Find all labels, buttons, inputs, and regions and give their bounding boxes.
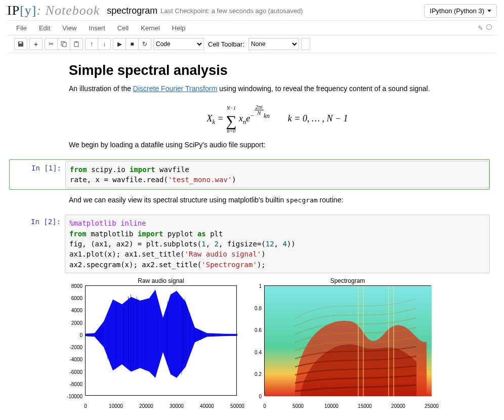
kernel-idle-icon [486, 24, 492, 30]
markdown-cell[interactable]: Simple spectral analysis An illustration… [9, 60, 490, 157]
svg-rect-1 [63, 43, 66, 47]
plot-spectrogram: Spectrogram 00.20.40.60.81 0500010000150… [264, 277, 431, 396]
move-up-button[interactable]: ↑ [85, 38, 98, 50]
menubar: File Edit View Insert Cell Kernel Help ✎ [7, 20, 497, 35]
code-input-1[interactable]: from scipy.io import wavfile rate, x = w… [65, 161, 489, 189]
celltype-select[interactable]: Code [153, 38, 204, 50]
code-cell-1[interactable]: In [1]: from scipy.io import wavfile rat… [9, 159, 490, 190]
dft-link[interactable]: Discrete Fourier Transform [133, 85, 217, 93]
menu-cell[interactable]: Cell [111, 21, 135, 35]
celltoolbar-label: Cell Toolbar: [208, 40, 244, 48]
logo: IP[y]: Notebook [7, 3, 100, 18]
header: IP[y]: Notebook spectrogram Last Checkpo… [0, 0, 504, 20]
markdown-cell-2[interactable]: And we can easily view its spectral stru… [9, 192, 490, 213]
logo-notebook: Notebook [46, 3, 100, 18]
caret-down-icon [487, 10, 491, 12]
waveform-svg [86, 286, 237, 396]
output-figure: Raw audio signal -10000-8000-6000-4000-2… [65, 277, 490, 396]
run-button[interactable]: ▶ [113, 38, 126, 50]
notebook-area[interactable]: Simple spectral analysis An illustration… [0, 53, 497, 420]
logo-colon: : [36, 3, 41, 18]
copy-button[interactable] [57, 38, 70, 50]
p2: We begin by loading a datafile using Sci… [69, 140, 486, 150]
save-button[interactable] [14, 38, 27, 50]
insert-cell-button[interactable]: ＋ [29, 38, 43, 50]
menu-insert[interactable]: Insert [82, 21, 111, 35]
plot2-title: Spectrogram [264, 277, 431, 284]
equation: Xk = N−1 ∑ n=0 xne−2πiNkn k = 0, … , N −… [69, 97, 486, 137]
extra-button[interactable] [301, 38, 310, 50]
logo-ip: IP [7, 3, 20, 18]
menu-edit[interactable]: Edit [33, 21, 56, 35]
menu-help[interactable]: Help [166, 21, 192, 35]
prompt-in-2: In [2]: [9, 215, 65, 273]
move-down-button[interactable]: ↓ [98, 38, 111, 50]
p3: And we can easily view its spectral stru… [69, 195, 486, 205]
cut-button[interactable]: ✂ [45, 38, 58, 50]
code-input-2[interactable]: %matplotlib inline from matplotlib impor… [65, 215, 490, 273]
plot1-title: Raw audio signal [85, 277, 237, 284]
svg-rect-3 [75, 41, 77, 43]
logo-bracket: [y] [20, 3, 36, 18]
interrupt-button[interactable]: ■ [125, 38, 139, 50]
restart-button[interactable]: ↻ [138, 38, 151, 50]
plot-waveform: Raw audio signal -10000-8000-6000-4000-2… [85, 277, 237, 396]
page-title: Simple spectral analysis [69, 63, 486, 78]
edit-icon[interactable]: ✎ [478, 24, 483, 32]
intro-paragraph: An illustration of the Discrete Fourier … [69, 83, 486, 94]
code-cell-2[interactable]: In [2]: %matplotlib inline from matplotl… [9, 215, 490, 273]
spectrogram-svg [265, 286, 432, 396]
kernel-selector[interactable]: IPython (Python 3) [424, 4, 497, 18]
prompt-in-1: In [1]: [10, 161, 65, 189]
toolbar: ＋ ✂ ↑ ↓ ▶ ■ ↻ Code Cell Toolbar: None [7, 35, 497, 53]
notebook-name[interactable]: spectrogram [107, 6, 157, 16]
menu-kernel[interactable]: Kernel [135, 21, 166, 35]
checkpoint-text: Last Checkpoint: a few seconds ago (auto… [160, 7, 303, 15]
svg-rect-2 [74, 42, 78, 47]
celltoolbar-select[interactable]: None [248, 38, 299, 50]
kernel-label: IPython (Python 3) [430, 7, 484, 15]
menu-file[interactable]: File [10, 21, 33, 35]
paste-button[interactable] [70, 38, 83, 50]
menu-view[interactable]: View [56, 21, 82, 35]
